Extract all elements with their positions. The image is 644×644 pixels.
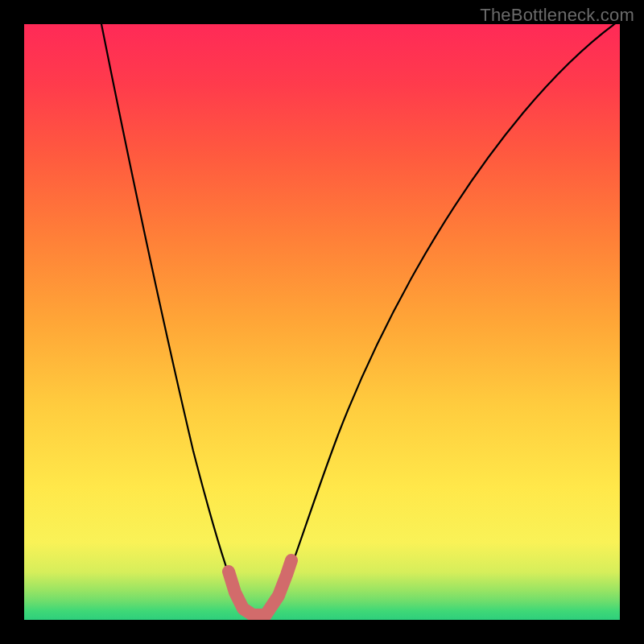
chart-svg: [24, 24, 620, 620]
gradient-background: [24, 24, 620, 620]
plot-area: [24, 24, 620, 620]
watermark-label: TheBottleneck.com: [480, 5, 634, 26]
chart-frame: TheBottleneck.com: [0, 0, 644, 644]
